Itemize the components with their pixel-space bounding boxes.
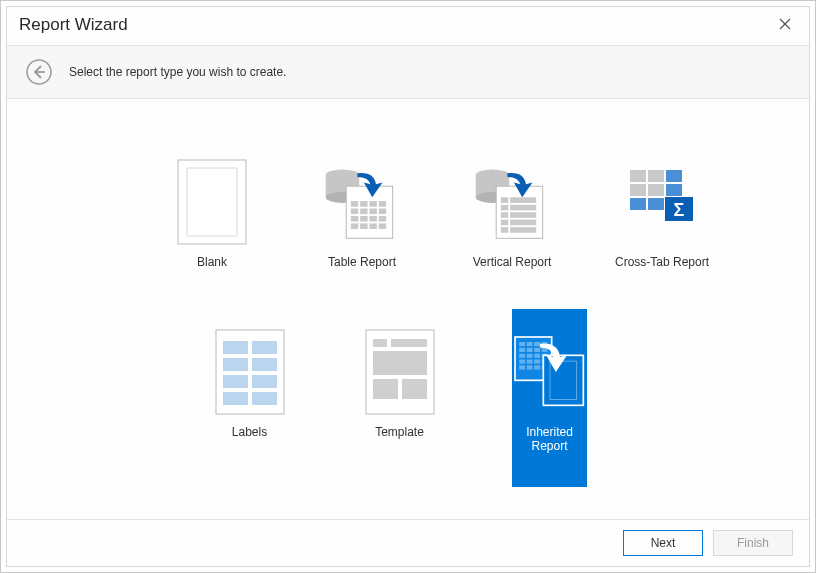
svg-rect-35	[510, 212, 536, 218]
finish-button: Finish	[713, 530, 793, 556]
close-icon	[779, 18, 791, 30]
svg-rect-34	[501, 212, 508, 218]
svg-rect-23	[360, 223, 367, 229]
svg-rect-74	[519, 354, 525, 358]
vertical-report-icon	[472, 157, 552, 247]
tile-label: Cross-Tab Report	[615, 255, 709, 269]
svg-rect-66	[519, 342, 525, 346]
back-button[interactable]	[25, 58, 53, 86]
tile-label: Inherited Report	[512, 425, 587, 453]
header-bar: Select the report type you wish to creat…	[7, 46, 809, 99]
tile-labels[interactable]: Labels	[212, 319, 287, 489]
svg-rect-68	[534, 342, 540, 346]
tile-label: Vertical Report	[473, 255, 552, 269]
tile-inherited-report[interactable]: Inherited Report	[512, 309, 587, 487]
tile-label: Labels	[232, 425, 267, 439]
svg-rect-83	[526, 365, 532, 369]
svg-rect-42	[666, 170, 682, 182]
svg-rect-63	[373, 379, 398, 399]
next-button[interactable]: Next	[623, 530, 703, 556]
svg-rect-30	[501, 197, 508, 203]
svg-rect-60	[373, 339, 387, 347]
wizard-window: Report Wizard Select the report type you…	[6, 6, 810, 567]
svg-rect-44	[648, 184, 664, 196]
svg-rect-37	[510, 220, 536, 226]
svg-rect-53	[223, 358, 248, 371]
tile-template[interactable]: Template	[362, 319, 437, 489]
close-button[interactable]	[775, 15, 795, 35]
svg-rect-61	[391, 339, 427, 347]
svg-rect-13	[379, 201, 386, 207]
svg-rect-43	[630, 184, 646, 196]
svg-rect-39	[510, 227, 536, 233]
svg-rect-55	[223, 375, 248, 388]
instruction-text: Select the report type you wish to creat…	[69, 65, 286, 79]
tile-label: Blank	[197, 255, 227, 269]
crosstab-report-icon: Σ	[622, 157, 702, 247]
svg-rect-57	[223, 392, 248, 405]
svg-rect-71	[526, 348, 532, 352]
svg-rect-21	[379, 216, 386, 222]
svg-rect-84	[534, 365, 540, 369]
svg-rect-18	[351, 216, 358, 222]
svg-rect-86	[543, 355, 583, 405]
svg-rect-22	[351, 223, 358, 229]
svg-rect-4	[178, 160, 246, 244]
svg-rect-51	[223, 341, 248, 354]
svg-rect-10	[351, 201, 358, 207]
window-title: Report Wizard	[19, 15, 128, 35]
svg-rect-75	[526, 354, 532, 358]
tile-grid: Blank	[137, 149, 737, 489]
svg-rect-36	[501, 220, 508, 226]
svg-rect-41	[648, 170, 664, 182]
svg-text:Σ: Σ	[674, 200, 685, 220]
content-area: Blank	[7, 99, 809, 519]
svg-rect-67	[526, 342, 532, 346]
svg-rect-78	[519, 360, 525, 364]
svg-rect-80	[534, 360, 540, 364]
svg-rect-45	[666, 184, 682, 196]
svg-rect-56	[252, 375, 277, 388]
svg-rect-12	[369, 201, 376, 207]
footer-bar: Next Finish	[7, 519, 809, 566]
labels-report-icon	[210, 327, 290, 417]
svg-rect-58	[252, 392, 277, 405]
svg-rect-24	[369, 223, 376, 229]
template-report-icon	[360, 327, 440, 417]
back-arrow-icon	[25, 58, 53, 86]
svg-rect-33	[510, 205, 536, 211]
svg-rect-40	[630, 170, 646, 182]
svg-rect-32	[501, 205, 508, 211]
svg-rect-14	[351, 209, 358, 215]
tile-blank[interactable]: Blank	[137, 149, 287, 319]
svg-rect-52	[252, 341, 277, 354]
tile-crosstab-report[interactable]: Σ Cross-Tab Report	[587, 149, 737, 319]
svg-rect-47	[648, 198, 664, 210]
svg-rect-76	[534, 354, 540, 358]
svg-rect-38	[501, 227, 508, 233]
svg-rect-31	[510, 197, 536, 203]
svg-rect-19	[360, 216, 367, 222]
svg-rect-15	[360, 209, 367, 215]
svg-rect-62	[373, 351, 427, 375]
svg-rect-11	[360, 201, 367, 207]
svg-rect-64	[402, 379, 427, 399]
tile-table-report[interactable]: Table Report	[287, 149, 437, 319]
svg-rect-70	[519, 348, 525, 352]
svg-rect-82	[519, 365, 525, 369]
svg-rect-79	[526, 360, 532, 364]
svg-rect-17	[379, 209, 386, 215]
svg-rect-20	[369, 216, 376, 222]
blank-report-icon	[172, 157, 252, 247]
titlebar: Report Wizard	[7, 7, 809, 45]
tile-label: Template	[375, 425, 424, 439]
inherited-report-icon	[510, 327, 590, 417]
svg-rect-46	[630, 198, 646, 210]
svg-rect-72	[534, 348, 540, 352]
svg-rect-25	[379, 223, 386, 229]
svg-rect-16	[369, 209, 376, 215]
tile-vertical-report[interactable]: Vertical Report	[437, 149, 587, 319]
table-report-icon	[322, 157, 402, 247]
tile-label: Table Report	[328, 255, 396, 269]
svg-rect-54	[252, 358, 277, 371]
